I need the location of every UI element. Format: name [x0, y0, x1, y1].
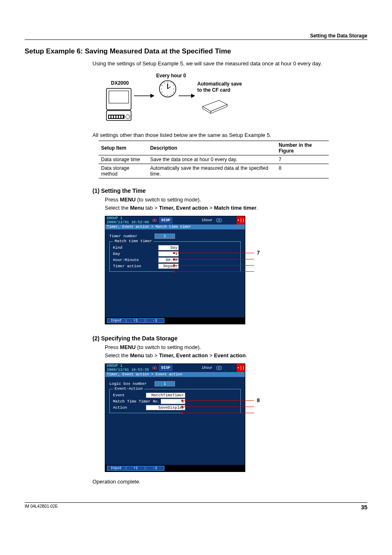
camera-icon: [215, 364, 223, 372]
arrow-icon: [179, 92, 195, 100]
plus-button[interactable]: +1: [126, 318, 145, 323]
field-label: Timer action: [113, 264, 158, 268]
kind-input[interactable]: Day: [158, 245, 179, 250]
svg-text:10: 10: [161, 84, 163, 86]
field-label: Timer number: [109, 234, 154, 238]
arrow-icon: [134, 92, 154, 100]
timer-number-input[interactable]: 1: [154, 234, 175, 239]
group-timestamp: GROUP 1 2008/12/01 10:52:06: [105, 216, 151, 224]
sound-icon: •)): [237, 216, 245, 224]
instruction-text: Press MENU (to switch to setting mode). …: [105, 343, 367, 359]
group-title: Event-Action: [113, 386, 144, 391]
page-title: Setup Example 6: Saving Measured Data at…: [25, 47, 367, 56]
breadcrumb: Timer, Event action > Match time timer: [105, 224, 245, 229]
section-2-heading: (2) Specifying the Data Storage: [92, 335, 367, 342]
field-label: Kind: [113, 245, 158, 250]
group-timestamp: GROUP 1 2008/12/01 10:53:35: [105, 364, 151, 372]
table-row: Data storage method Automatically save t…: [99, 164, 329, 178]
svg-point-34: [154, 219, 157, 222]
device-label: DX2000: [111, 80, 129, 86]
page-footer: IM 04L42B01-02E 35: [25, 502, 367, 511]
doc-id: IM 04L42B01-02E: [25, 504, 58, 511]
svg-point-10: [126, 115, 130, 119]
time-scale: 1hour: [202, 364, 215, 372]
svg-rect-1: [109, 91, 129, 103]
svg-marker-29: [191, 94, 195, 98]
svg-rect-8: [119, 116, 120, 118]
table-header: Description: [148, 141, 276, 155]
callout-7: 7: [257, 250, 260, 256]
clock-label: Every hour 0: [156, 73, 186, 79]
svg-text:12: 12: [167, 81, 169, 83]
field-label: Logic box number: [109, 382, 154, 386]
hour-minute-input[interactable]: 00:00: [158, 257, 179, 263]
svg-point-36: [218, 220, 220, 221]
intro-text: Using the settings of Setup Example 5, w…: [92, 60, 367, 68]
svg-rect-6: [114, 116, 115, 118]
group-title: Match time timer: [113, 239, 154, 243]
svg-rect-7: [116, 116, 118, 118]
field-label: Match Time Timer No.: [113, 399, 161, 404]
svg-marker-12: [150, 94, 154, 98]
input-button[interactable]: Input: [107, 466, 126, 471]
svg-rect-9: [121, 116, 123, 118]
pre-table-text: All settings other than those listed bel…: [92, 131, 367, 139]
section-1-heading: (1) Setting the Time: [92, 187, 367, 194]
event-input[interactable]: MatchTimeTimer: [146, 393, 185, 398]
disp-button[interactable]: DISP: [159, 365, 173, 371]
field-label: Event: [113, 393, 146, 398]
field-label: Day: [113, 252, 158, 256]
dx2000-device-icon: [105, 87, 133, 123]
svg-text:11: 11: [164, 82, 166, 84]
minus-button[interactable]: -1: [145, 318, 164, 323]
field-label: Action: [113, 405, 146, 410]
svg-rect-5: [111, 116, 113, 118]
input-button[interactable]: Input: [107, 318, 126, 323]
logic-box-input[interactable]: 1: [154, 381, 175, 386]
sound-icon: •)): [237, 364, 245, 372]
svg-point-40: [218, 367, 220, 369]
cf-card-icon: [201, 98, 229, 116]
table-row: Data storage time Save the data once at …: [99, 155, 329, 164]
table-header: Number in the Figure: [276, 141, 329, 155]
screenshot-1: GROUP 1 2008/12/01 10:52:06 DISP 1hour •…: [105, 216, 245, 324]
settings-table: Setup Item Description Number in the Fig…: [99, 141, 329, 178]
action-input[interactable]: SaveDisplay: [146, 405, 185, 410]
svg-rect-35: [217, 219, 221, 222]
minus-button[interactable]: -1: [145, 466, 164, 471]
callout-8: 8: [257, 397, 260, 403]
clock-icon: 12369 12 45 78 1011: [158, 79, 177, 99]
auto-save-label: Automatically save to the CF card: [197, 81, 242, 94]
day-input[interactable]: 1: [158, 251, 179, 257]
timer-action-input[interactable]: Repeat: [158, 264, 179, 269]
closing-text: Operation complete.: [92, 478, 367, 486]
section-header: Setting the Data Storage: [25, 33, 367, 40]
field-label: Hour:Minute: [113, 258, 158, 262]
time-scale: 1hour: [202, 216, 215, 224]
instruction-text: Press MENU (to switch to setting mode). …: [105, 196, 367, 212]
page-number: 35: [361, 504, 367, 511]
plus-button[interactable]: +1: [126, 466, 145, 471]
screenshot-2: GROUP 1 2008/12/01 10:53:35 DISP 1hour •…: [105, 363, 245, 472]
breadcrumb: Timer, Event action > Event action: [105, 372, 245, 377]
svg-point-38: [154, 367, 157, 369]
camera-icon: [215, 216, 223, 224]
disp-button[interactable]: DISP: [159, 217, 173, 224]
svg-rect-39: [217, 366, 221, 370]
svg-rect-4: [109, 116, 111, 118]
link-icon: [151, 364, 158, 372]
concept-figure: DX2000 Every hour 0 12369 12 45: [99, 73, 367, 126]
link-icon: [151, 216, 158, 224]
table-header: Setup Item: [99, 141, 148, 155]
